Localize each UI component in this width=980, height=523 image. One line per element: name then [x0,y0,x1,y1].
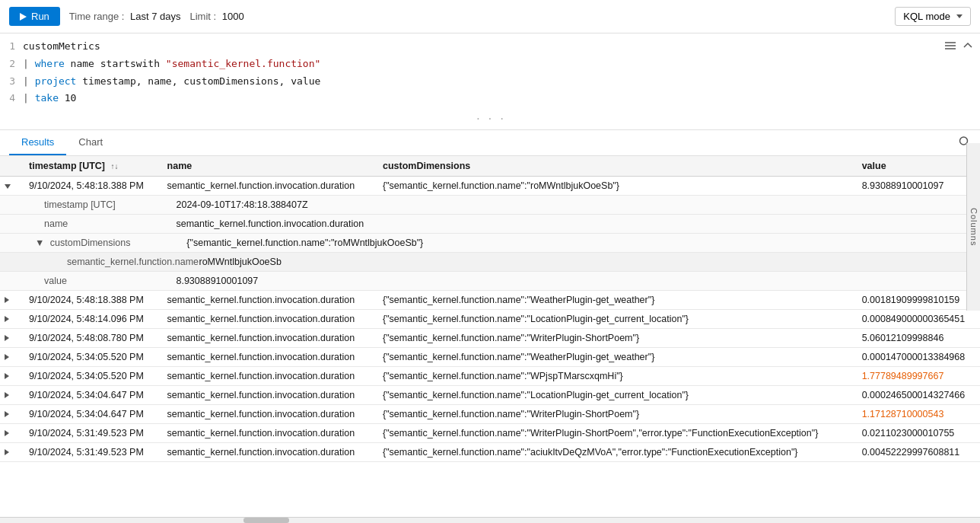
expand-cell[interactable] [0,443,21,462]
cell-customdimensions: {"semantic_kernel.function.name":"Writer… [375,329,854,348]
cell-customdimensions: {"semantic_kernel.function.name":"roMWnt… [375,177,854,196]
col-timestamp[interactable]: timestamp [UTC] ↑↓ [21,156,160,177]
cell-customdimensions: {"semantic_kernel.function.name":"Locati… [375,386,854,405]
expand-cell[interactable] [0,329,21,348]
expanded-field-name: name semantic_kernel.function.invocation… [0,215,980,234]
line-content-2: | where name startswith "semantic_kernel… [23,56,980,72]
cell-timestamp: 9/10/2024, 5:31:49.523 PM [21,443,160,462]
play-icon [20,13,27,21]
cell-timestamp: 9/10/2024, 5:31:49.523 PM [21,424,160,443]
cell-name: semantic_kernel.function.invocation.dura… [160,329,375,348]
table-row[interactable]: 9/10/2024, 5:48:08.780 PM semantic_kerne… [0,329,980,348]
cell-customdimensions: {"semantic_kernel.function.name":"Locati… [375,310,854,329]
table-row[interactable]: 9/10/2024, 5:48:18.388 PM semantic_kerne… [0,291,980,310]
query-toolbar-icons [943,40,974,52]
toolbar: Run Time range : Last 7 days Limit : 100… [0,0,980,33]
chevron-right-icon [5,316,9,322]
cell-name: semantic_kernel.function.invocation.dura… [160,367,375,386]
cell-timestamp: 9/10/2024, 5:48:08.780 PM [21,329,160,348]
table-row[interactable]: 9/10/2024, 5:31:49.523 PM semantic_kerne… [0,424,980,443]
cell-value: 1.17128710000543 [854,405,980,424]
query-ellipsis: . . . [0,107,980,125]
expand-cell[interactable] [0,367,21,386]
expanded-field-customdimensions: ▼ customDimensions {"semantic_kernel.fun… [0,234,980,253]
cell-name: semantic_kernel.function.invocation.dura… [160,310,375,329]
kql-mode-label: KQL mode [903,11,950,22]
scrollbar-thumb[interactable] [243,518,289,523]
columns-panel[interactable]: Columns [966,156,980,311]
cell-value: 0.0211023000010755 [854,424,980,443]
expanded-field-timestamp: timestamp [UTC] 2024-09-10T17:48:18.3884… [0,196,980,215]
expand-cell[interactable] [0,424,21,443]
collapse-icon[interactable] [962,40,974,52]
table-row[interactable]: 9/10/2024, 5:34:04.647 PM semantic_kerne… [0,386,980,405]
field-label-custom-sub: semantic_kernel.function.name [29,257,196,267]
table-row[interactable]: 9/10/2024, 5:34:05.520 PM semantic_kerne… [0,367,980,386]
results-container[interactable]: timestamp [UTC] ↑↓ name customDimensions… [0,156,980,523]
cell-customdimensions: {"semantic_kernel.function.name":"Weathe… [375,348,854,367]
field-value-val: 8.93088910001097 [176,276,258,286]
tab-results[interactable]: Results [9,130,66,155]
table-header-row: timestamp [UTC] ↑↓ name customDimensions… [0,156,980,177]
query-editor[interactable]: 1 customMetrics 2 | where name startswit… [0,33,980,130]
cell-name: semantic_kernel.function.invocation.dura… [160,424,375,443]
query-line-1: 1 customMetrics [0,38,980,56]
cell-value: 1.77789489997667 [854,367,980,386]
table-row[interactable]: 9/10/2024, 5:34:04.647 PM semantic_kerne… [0,405,980,424]
chevron-down-custom: ▼ [29,238,44,248]
expand-cell[interactable] [0,386,21,405]
table-row[interactable]: 9/10/2024, 5:48:18.388 PM semantic_kerne… [0,177,980,196]
cell-timestamp: 9/10/2024, 5:34:05.520 PM [21,367,160,386]
field-value-custom: {"semantic_kernel.function.name":"roMWnt… [186,238,423,248]
field-label-custom: customDimensions [50,238,184,248]
cell-timestamp: 9/10/2024, 5:48:18.388 PM [21,291,160,310]
col-expand [0,156,21,177]
cell-name: semantic_kernel.function.invocation.dura… [160,348,375,367]
chevron-right-icon [5,411,9,417]
run-button[interactable]: Run [9,7,60,26]
line-content-1: customMetrics [23,39,980,55]
table-body: 9/10/2024, 5:48:18.388 PM semantic_kerne… [0,177,980,462]
kql-mode-button[interactable]: KQL mode [895,7,971,26]
time-range-label: Time range : [69,11,125,22]
table-row[interactable]: 9/10/2024, 5:34:05.520 PM semantic_kerne… [0,348,980,367]
cell-customdimensions: {"semantic_kernel.function.name":"Writer… [375,405,854,424]
col-value[interactable]: value [854,156,980,177]
table-row[interactable]: 9/10/2024, 5:48:14.096 PM semantic_kerne… [0,310,980,329]
table-row[interactable]: 9/10/2024, 5:31:49.523 PM semantic_kerne… [0,443,980,462]
time-range: Time range : Last 7 days [69,11,181,22]
cell-value: 0.000246500014327466 [854,386,980,405]
cell-value: 5.06012109998846 [854,329,980,348]
expand-cell[interactable] [0,348,21,367]
expand-cell[interactable] [0,310,21,329]
field-value-name: semantic_kernel.function.invocation.dura… [176,218,364,229]
cell-value: 8.93088910001097 [854,177,980,196]
cell-customdimensions: {"semantic_kernel.function.name":"aciukI… [375,443,854,462]
limit-label: Limit : [189,11,216,22]
col-customdimensions[interactable]: customDimensions [375,156,854,177]
expanded-field-value: value 8.93088910001097 [0,272,980,291]
expand-cell[interactable] [0,291,21,310]
cell-customdimensions: {"semantic_kernel.function.name":"WPjspT… [375,367,854,386]
tabs: Results Chart [0,130,980,156]
chevron-right-icon [5,297,9,303]
time-range-value: Last 7 days [130,11,181,22]
cell-customdimensions: {"semantic_kernel.function.name":"Weathe… [375,291,854,310]
field-value-custom-sub: roMWntlbjukOoeSb [199,257,281,267]
chevron-right-icon [5,354,9,360]
scrollbar[interactable] [0,517,980,523]
line-number-1: 1 [0,39,23,55]
chevron-right-icon [5,373,9,379]
col-name[interactable]: name [160,156,375,177]
cell-name: semantic_kernel.function.invocation.dura… [160,405,375,424]
cell-timestamp: 9/10/2024, 5:34:05.520 PM [21,348,160,367]
lines-icon[interactable] [943,40,957,52]
line-number-2: 2 [0,56,23,72]
chevron-right-icon [5,392,9,398]
field-value-timestamp: 2024-09-10T17:48:18.388407Z [176,199,307,210]
query-line-4: 4 | take 10 [0,90,980,107]
tab-chart[interactable]: Chart [66,130,115,155]
chevron-right-icon [5,430,9,436]
expand-cell[interactable] [0,177,21,196]
expand-cell[interactable] [0,405,21,424]
